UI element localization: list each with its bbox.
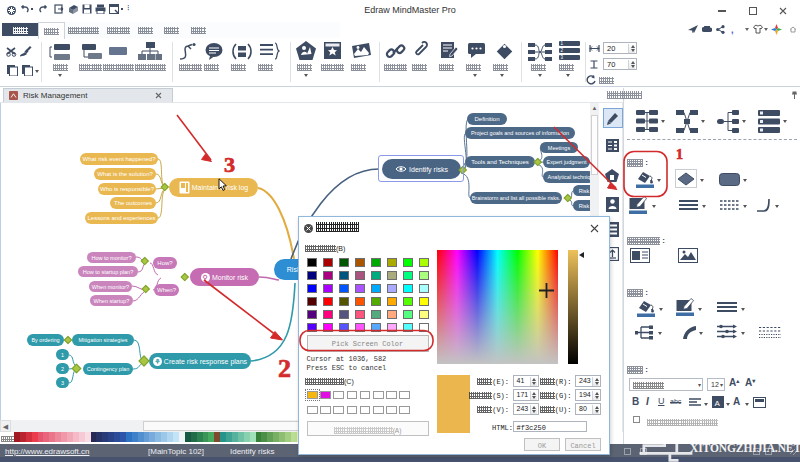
svg-text:3: 3 [224, 154, 235, 177]
svg-text:1: 1 [676, 147, 683, 162]
svg-text:2: 2 [278, 354, 291, 383]
